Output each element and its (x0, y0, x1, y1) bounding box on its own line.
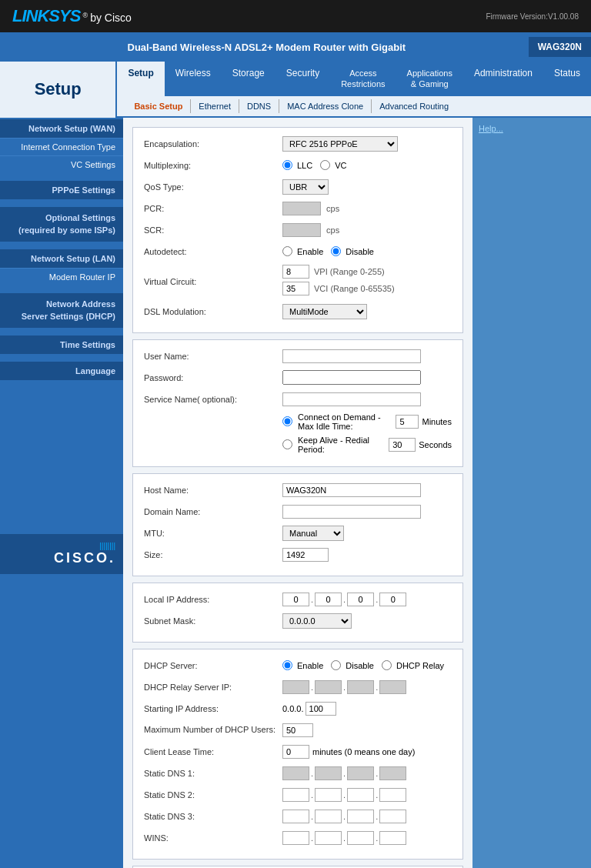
dhcp-server-row: DHCP Server: Enable Disable DHCP Rela (144, 657, 452, 674)
local-ip-octet1[interactable] (282, 593, 309, 606)
dns3-octet2[interactable] (315, 810, 342, 823)
sub-nav-ethernet[interactable]: Ethernet (191, 99, 239, 113)
pcr-input[interactable] (282, 202, 321, 215)
nav-status[interactable]: Status (543, 62, 591, 96)
dns2-octet4[interactable] (379, 788, 406, 802)
wins-octet3[interactable] (347, 831, 374, 845)
scr-unit: cps (326, 225, 339, 235)
dhcp-relay-octet1[interactable] (282, 680, 309, 694)
top-bar: LINKSYS ® by Cisco Firmware Version:V1.0… (0, 0, 591, 32)
sidebar-section-lan: Network Setup (LAN) (0, 249, 123, 268)
wins-octet2[interactable] (315, 831, 342, 845)
nav-wireless[interactable]: Wireless (165, 62, 222, 96)
mtu-select[interactable]: Manual Auto (282, 526, 344, 541)
dsl-modulation-select[interactable]: MultiMode ADSL2+ ADSL2 ADSL-G.dmt ADSL-T… (282, 304, 367, 319)
connect-demand-radio[interactable] (282, 416, 292, 426)
nav-applications-gaming[interactable]: Applications & Gaming (396, 62, 463, 96)
sub-nav-mac-address-clone[interactable]: MAC Address Clone (279, 99, 372, 113)
qos-select[interactable]: UBR CBR VBR (282, 179, 329, 195)
size-input[interactable] (282, 548, 329, 562)
dns1-octet2[interactable] (315, 766, 342, 780)
autodetect-disable-label[interactable]: Disable (331, 246, 374, 256)
virtual-circuit-label: Virtual Circuit: (144, 277, 282, 286)
dns3-octet3[interactable] (347, 810, 374, 823)
dhcp-relay-octet3[interactable] (347, 680, 374, 694)
encapsulation-row: Encapsulation: RFC 2516 PPPoE RFC 1483 B… (144, 135, 452, 152)
dhcp-enable-label[interactable]: Enable (282, 660, 323, 670)
vpi-input[interactable] (282, 265, 309, 279)
local-ip-row: Local IP Address: . . . (144, 591, 452, 608)
local-ip-octet2[interactable] (315, 593, 342, 606)
dhcp-relay-octet2[interactable] (315, 680, 342, 694)
client-lease-input[interactable] (282, 745, 309, 759)
domain-name-control (282, 505, 452, 519)
username-input[interactable] (282, 349, 421, 363)
multiplexing-vc-text: VC (335, 161, 346, 170)
service-name-input[interactable] (282, 392, 421, 406)
wins-octet4[interactable] (379, 831, 406, 845)
subnet-mask-select[interactable]: 0.0.0.0 255.255.255.0 255.255.0.0 255.0.… (282, 613, 352, 629)
keep-alive-radio[interactable] (282, 439, 292, 449)
password-input[interactable] (282, 370, 421, 385)
sidebar-item-internet-connection-type[interactable]: Internet Connection Type (0, 138, 123, 155)
dns1-octet3[interactable] (347, 766, 374, 780)
dhcp-enable-radio[interactable] (282, 660, 292, 670)
vpi-range-label: VPI (Range 0-255) (314, 267, 385, 276)
autodetect-enable-label[interactable]: Enable (282, 246, 323, 256)
host-name-input[interactable] (282, 483, 421, 497)
sidebar-item-vc-settings[interactable]: VC Settings (0, 155, 123, 173)
multiplexing-llc-radio[interactable] (282, 160, 292, 170)
subnet-mask-row: Subnet Mask: 0.0.0.0 255.255.255.0 255.2… (144, 613, 452, 629)
dns1-octet1[interactable] (282, 766, 309, 780)
sidebar-item-modem-router-ip[interactable]: Modem Router IP (0, 268, 123, 285)
idle-time-input[interactable] (396, 415, 419, 429)
sub-nav-ddns[interactable]: DDNS (239, 99, 279, 113)
sub-nav-basic-setup[interactable]: Basic Setup (126, 99, 191, 113)
multiplexing-vc-label[interactable]: VC (320, 160, 346, 170)
dhcp-disable-label[interactable]: Disable (331, 660, 374, 670)
dhcp-disable-radio[interactable] (331, 660, 341, 670)
dns2-octet1[interactable] (282, 788, 309, 802)
help-link[interactable]: Help... (479, 124, 589, 133)
dns3-octet4[interactable] (379, 810, 406, 823)
dns2-octet2[interactable] (315, 788, 342, 802)
static-dns3-row: Static DNS 3: . . . (144, 808, 452, 825)
logo: LINKSYS ® by Cisco (12, 6, 132, 26)
nav-security[interactable]: Security (275, 62, 330, 96)
vci-input[interactable] (282, 282, 309, 295)
domain-name-input[interactable] (282, 505, 421, 519)
local-ip-octet3[interactable] (347, 593, 374, 606)
dns3-octet1[interactable] (282, 810, 309, 823)
nav-access-restrictions[interactable]: Access Restrictions (330, 62, 396, 96)
dhcp-relay-radio[interactable] (382, 660, 392, 670)
scr-input[interactable] (282, 223, 321, 237)
dns2-octet3[interactable] (347, 788, 374, 802)
encapsulation-select[interactable]: RFC 2516 PPPoE RFC 1483 Bridged RFC 1483… (282, 136, 398, 152)
subnet-mask-control: 0.0.0.0 255.255.255.0 255.255.0.0 255.0.… (282, 613, 452, 629)
multiplexing-vc-radio[interactable] (320, 160, 330, 170)
dhcp-relay-ip-row: DHCP Relay Server IP: . . . (144, 679, 452, 696)
sub-nav: Basic Setup Ethernet DDNS MAC Address Cl… (117, 96, 591, 118)
dns1-octet4[interactable] (379, 766, 406, 780)
redial-period-input[interactable] (389, 438, 416, 452)
static-dns1-label: Static DNS 1: (144, 769, 282, 778)
nav-setup[interactable]: Setup (117, 62, 164, 96)
local-ip-label: Local IP Address: (144, 595, 282, 604)
dhcp-relay-label[interactable]: DHCP Relay (382, 660, 444, 670)
starting-ip-last-input[interactable] (306, 702, 336, 716)
keep-alive-row: Keep Alive - Redial Period: Seconds (144, 436, 452, 454)
max-dhcp-input[interactable] (282, 723, 313, 737)
sub-nav-advanced-routing[interactable]: Advanced Routing (372, 99, 456, 113)
autodetect-enable-radio[interactable] (282, 246, 292, 256)
wins-octet1[interactable] (282, 831, 309, 845)
autodetect-disable-radio[interactable] (331, 246, 341, 256)
dhcp-relay-octet4[interactable] (379, 680, 406, 694)
sidebar-section-pppoe: PPPoE Settings (0, 181, 123, 199)
nav-storage[interactable]: Storage (222, 62, 275, 96)
connect-demand-control: Connect on Demand - Max Idle Time: Minut… (282, 412, 452, 431)
pcr-control: cps (282, 202, 452, 215)
encapsulation-control: RFC 2516 PPPoE RFC 1483 Bridged RFC 1483… (282, 136, 452, 152)
local-ip-octet4[interactable] (379, 593, 406, 606)
multiplexing-llc-label[interactable]: LLC (282, 160, 312, 170)
nav-administration[interactable]: Administration (463, 62, 543, 96)
